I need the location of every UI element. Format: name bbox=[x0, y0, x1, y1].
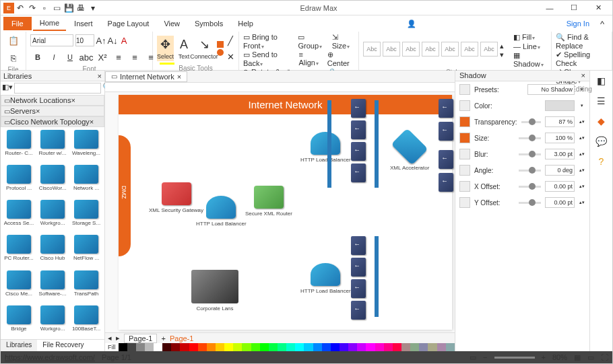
bringfront-button[interactable]: ▭ Bring to Front▾ bbox=[243, 33, 292, 50]
redo-icon[interactable]: ↷ bbox=[26, 2, 38, 14]
linespacing-icon[interactable]: ≡ bbox=[127, 50, 142, 65]
style-4[interactable]: Abc bbox=[422, 42, 439, 57]
library-item[interactable]: 100BaseT... bbox=[71, 305, 102, 336]
insert-menu[interactable]: Insert bbox=[67, 17, 100, 30]
style-3[interactable]: Abc bbox=[402, 42, 420, 57]
libraries-close-icon[interactable]: × bbox=[98, 72, 102, 80]
category-cisco-topology[interactable]: ▭ Cisco Network Topology× bbox=[1, 116, 104, 127]
server-a2[interactable] bbox=[351, 120, 366, 139]
style-6[interactable]: Abc bbox=[461, 42, 478, 57]
shape-circle-icon[interactable] bbox=[217, 49, 224, 56]
server-b3[interactable] bbox=[439, 150, 453, 169]
library-add-icon[interactable]: ◧▾ bbox=[2, 83, 13, 94]
decrease-font-icon[interactable]: A↓ bbox=[108, 33, 117, 48]
home-menu[interactable]: Home bbox=[33, 16, 66, 31]
transparency-slider[interactable] bbox=[521, 121, 541, 123]
library-item[interactable]: Router w/... bbox=[37, 130, 68, 161]
print-icon[interactable]: 🖶 bbox=[75, 2, 87, 14]
node-http-lb-1[interactable]: HTTP Load Balancer bbox=[196, 196, 247, 227]
server-c4[interactable] bbox=[351, 301, 366, 320]
transparency-icon[interactable] bbox=[459, 116, 470, 127]
library-item[interactable]: Cisco Me... bbox=[3, 270, 34, 301]
library-item[interactable]: Software-... bbox=[37, 270, 68, 301]
center-button[interactable]: ⊕ Center bbox=[327, 50, 354, 67]
underline-icon[interactable]: U bbox=[63, 50, 77, 65]
shape-cross-icon[interactable]: ✕ bbox=[226, 49, 234, 64]
size-icon[interactable] bbox=[459, 133, 470, 143]
ribbon-collapse-icon[interactable]: ^ bbox=[595, 16, 610, 31]
library-item[interactable]: NetFlow ... bbox=[71, 235, 102, 266]
close-button[interactable]: ✕ bbox=[587, 1, 610, 15]
node-corporate-lans[interactable]: Corporate Lans bbox=[191, 270, 238, 312]
file-menu[interactable]: File bbox=[3, 17, 32, 30]
increase-font-icon[interactable]: A↑ bbox=[96, 33, 106, 48]
size-input[interactable] bbox=[545, 133, 575, 143]
group-button[interactable]: ▭ Group▾ bbox=[298, 33, 326, 50]
yoffset-icon[interactable] bbox=[459, 197, 470, 208]
library-item[interactable]: Bridge bbox=[3, 305, 34, 336]
maximize-button[interactable]: ☐ bbox=[562, 1, 585, 15]
help-menu[interactable]: Help bbox=[231, 17, 260, 30]
pagelayout-menu[interactable]: Page Layout bbox=[101, 17, 156, 30]
view-mode-1-icon[interactable]: ▦ bbox=[574, 353, 581, 362]
symbols-menu[interactable]: Symbols bbox=[188, 17, 230, 30]
category-network-locations[interactable]: ▭ Network Locations× bbox=[1, 95, 104, 106]
find-button[interactable]: 🔍 Find & Replace bbox=[556, 33, 608, 50]
tab-file-recovery[interactable]: File Recovery bbox=[37, 340, 89, 351]
new-icon[interactable]: ▫ bbox=[38, 2, 51, 14]
server-b4[interactable] bbox=[439, 173, 453, 192]
transparency-input[interactable] bbox=[545, 116, 575, 127]
server-b2[interactable] bbox=[439, 122, 453, 141]
fill-button[interactable]: ◧ Fill▾ bbox=[513, 33, 547, 42]
superscript-icon[interactable]: X² bbox=[95, 50, 110, 65]
status-fit-icon[interactable]: ▭ bbox=[470, 353, 476, 362]
status-url[interactable]: https://www.edrawsoft.com/ bbox=[5, 353, 95, 361]
server-a3[interactable] bbox=[351, 142, 366, 161]
shadow-button[interactable]: ▦ Shadow▾ bbox=[513, 51, 547, 68]
page-tab-1b[interactable]: Page-1 bbox=[170, 334, 193, 342]
blur-input[interactable] bbox=[545, 149, 575, 159]
font-color-icon[interactable]: A bbox=[119, 33, 129, 48]
presets-select[interactable] bbox=[527, 84, 575, 95]
node-xml-accelerator[interactable]: XML Accelerator bbox=[390, 135, 429, 171]
strike-icon[interactable]: abc bbox=[79, 50, 94, 65]
server-c1[interactable] bbox=[351, 236, 366, 255]
color-swatch[interactable] bbox=[545, 100, 575, 111]
doc-close-icon[interactable]: × bbox=[177, 73, 181, 81]
presets-icon[interactable] bbox=[459, 84, 470, 95]
server-a1[interactable] bbox=[351, 99, 366, 118]
tab-libraries[interactable]: Libraries bbox=[1, 340, 37, 351]
select-tool[interactable]: ✥Select bbox=[157, 36, 174, 61]
add-page-icon[interactable]: + bbox=[161, 334, 165, 342]
font-size-select[interactable] bbox=[75, 34, 94, 46]
library-item[interactable]: CiscoWor... bbox=[37, 165, 68, 196]
blur-icon[interactable] bbox=[459, 149, 470, 159]
yoffset-slider[interactable] bbox=[519, 202, 541, 204]
style-1[interactable]: Abc bbox=[363, 42, 381, 57]
library-item[interactable]: Cisco Hub bbox=[37, 235, 68, 266]
spell-button[interactable]: ✔ Spelling Check bbox=[556, 50, 608, 67]
user-icon[interactable]: 👤 bbox=[407, 20, 416, 28]
angle-icon[interactable] bbox=[459, 165, 470, 176]
view-menu[interactable]: View bbox=[157, 17, 187, 30]
yoffset-input[interactable] bbox=[545, 197, 575, 208]
style-2[interactable]: Abc bbox=[383, 42, 400, 57]
page-tab-1[interactable]: Page-1 bbox=[124, 334, 157, 343]
view-mode-3-icon[interactable]: ⛶ bbox=[601, 353, 608, 361]
text-tool[interactable]: AText bbox=[176, 36, 191, 61]
line-button[interactable]: — Line▾ bbox=[513, 42, 547, 50]
zoom-in-icon[interactable]: + bbox=[542, 353, 546, 361]
connector-tool[interactable]: ↘Connector bbox=[194, 36, 214, 61]
angle-slider[interactable] bbox=[519, 170, 541, 172]
node-secure-xml-router[interactable]: Secure XML Router bbox=[245, 186, 292, 217]
angle-input[interactable] bbox=[545, 165, 575, 176]
tool-prop-icon[interactable]: ◧ bbox=[594, 73, 609, 88]
server-c2[interactable] bbox=[351, 258, 366, 277]
qat-dropdown-icon[interactable]: ▾ bbox=[87, 2, 99, 14]
library-item[interactable]: Access Se... bbox=[3, 200, 34, 231]
library-item[interactable]: Network ... bbox=[71, 165, 102, 196]
style-7[interactable]: Abc bbox=[480, 42, 498, 57]
open-icon[interactable]: ▭ bbox=[51, 2, 63, 14]
minimize-button[interactable]: ― bbox=[538, 1, 561, 15]
shape-line-icon[interactable]: ╱ bbox=[226, 33, 234, 48]
